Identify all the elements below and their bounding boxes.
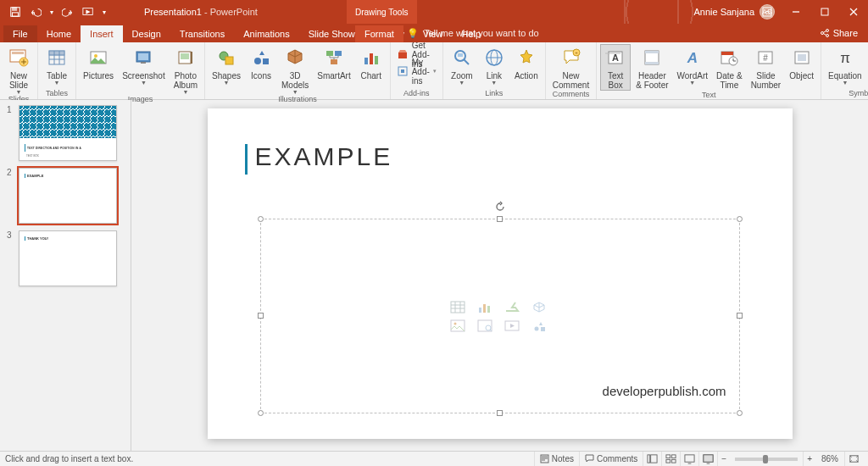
- comments-button[interactable]: Comments: [579, 452, 643, 467]
- smartart-button[interactable]: SmartArt: [314, 44, 353, 80]
- insert-table-icon[interactable]: [449, 300, 466, 313]
- resize-handle-mr[interactable]: [737, 313, 743, 319]
- resize-handle-tl[interactable]: [258, 216, 264, 222]
- wordart-button[interactable]: A WordArt ▼: [674, 44, 712, 86]
- tab-file[interactable]: File: [3, 25, 37, 42]
- zoom-slider-thumb[interactable]: [763, 455, 768, 463]
- rotate-handle[interactable]: [494, 201, 506, 213]
- photo-album-button[interactable]: Photo Album ▼: [170, 44, 201, 95]
- tab-design[interactable]: Design: [123, 25, 170, 42]
- screenshot-button[interactable]: Screenshot ▼: [119, 44, 169, 86]
- tab-insert[interactable]: Insert: [81, 25, 123, 42]
- notes-button[interactable]: Notes: [534, 452, 579, 467]
- tab-home[interactable]: Home: [37, 25, 81, 42]
- action-button[interactable]: Action: [511, 44, 542, 80]
- start-from-beginning-button[interactable]: [80, 3, 97, 21]
- svg-rect-6: [821, 8, 828, 15]
- svg-rect-48: [458, 53, 463, 57]
- header-footer-button[interactable]: Header & Footer: [632, 44, 671, 90]
- slide[interactable]: EXAMPLE: [208, 108, 793, 439]
- svg-rect-45: [401, 69, 404, 73]
- date-time-button[interactable]: Date & Time: [713, 44, 746, 90]
- chevron-down-icon: ▼: [491, 80, 497, 86]
- new-slide-button[interactable]: New Slide ▼: [3, 44, 34, 95]
- my-addins-label: My Add-ins: [412, 58, 430, 86]
- tell-me-search[interactable]: 💡 Tell me what you want to do: [407, 24, 539, 42]
- qat-customize-dropdown[interactable]: ▾: [100, 8, 108, 16]
- slide-thumbnail-1[interactable]: TEXT DIRECTION AND POSITION IN A TEXT BO…: [19, 105, 117, 161]
- slide-thumbnail-2[interactable]: EXAMPLE: [19, 168, 117, 224]
- shapes-button[interactable]: Shapes ▼: [209, 44, 244, 86]
- undo-button[interactable]: [27, 3, 44, 21]
- link-button[interactable]: Link ▼: [479, 44, 509, 86]
- store-icon: [397, 48, 409, 60]
- maximize-button[interactable]: [810, 0, 839, 24]
- icons-icon: [249, 46, 273, 69]
- resize-handle-tr[interactable]: [737, 216, 743, 222]
- table-button[interactable]: Table ▼: [42, 44, 72, 86]
- my-addins-button[interactable]: My Add-ins ▾: [397, 64, 437, 79]
- chart-button[interactable]: Chart: [356, 44, 387, 80]
- redo-button[interactable]: [59, 3, 76, 21]
- smartart-label: SmartArt: [317, 71, 350, 80]
- pictures-button[interactable]: Pictures: [80, 44, 117, 80]
- ribbon: New Slide ▼ Slides Table ▼ Tables Pictur…: [0, 42, 868, 100]
- chevron-down-icon: ▼: [224, 80, 230, 86]
- undo-dropdown[interactable]: ▾: [47, 8, 56, 16]
- fit-slide-button[interactable]: [844, 452, 863, 467]
- svg-rect-41: [370, 53, 373, 64]
- text-box-button[interactable]: A Text Box: [600, 44, 631, 91]
- resize-handle-bc[interactable]: [497, 410, 503, 416]
- new-comment-button[interactable]: + New Comment: [549, 44, 593, 90]
- normal-view-button[interactable]: [643, 452, 661, 467]
- svg-rect-69: [798, 54, 806, 61]
- slide-title[interactable]: EXAMPLE: [255, 142, 393, 171]
- doc-name: Presentation1: [144, 7, 202, 17]
- tab-format[interactable]: Format: [355, 25, 403, 42]
- svg-point-9: [826, 30, 828, 32]
- 3d-models-button[interactable]: 3D Models ▼: [278, 44, 312, 95]
- insert-picture-icon[interactable]: [449, 319, 466, 332]
- pictures-label: Pictures: [83, 71, 114, 80]
- share-button[interactable]: Share: [815, 24, 863, 42]
- chart-label: Chart: [360, 71, 381, 80]
- thumb-2-title: EXAMPLE: [25, 174, 43, 178]
- zoom-in-button[interactable]: +: [803, 452, 815, 467]
- ribbon-options-button[interactable]: [753, 0, 782, 24]
- slide-thumbnail-panel[interactable]: 1 TEXT DIRECTION AND POSITION IN A TEXT …: [0, 100, 131, 451]
- zoom-slider[interactable]: [735, 458, 798, 461]
- insert-smartart-icon[interactable]: [504, 300, 520, 313]
- zoom-percentage[interactable]: 86%: [815, 454, 844, 463]
- slide-canvas-area[interactable]: EXAMPLE: [131, 100, 868, 451]
- resize-handle-br[interactable]: [737, 410, 743, 416]
- group-illustrations: Shapes ▼ Icons 3D Models ▼ SmartArt Char…: [205, 42, 391, 99]
- reading-view-button[interactable]: [680, 452, 698, 467]
- slide-number-button[interactable]: # Slide Number: [748, 44, 785, 90]
- zoom-button[interactable]: Zoom ▼: [447, 44, 477, 86]
- minimize-button[interactable]: [782, 0, 810, 24]
- insert-chart-icon[interactable]: [476, 300, 493, 313]
- icons-button[interactable]: Icons: [246, 44, 276, 80]
- insert-3d-icon[interactable]: [531, 300, 548, 313]
- object-button[interactable]: Object: [786, 44, 817, 80]
- insert-online-picture-icon[interactable]: [476, 319, 493, 332]
- close-button[interactable]: [839, 0, 868, 24]
- resize-handle-bl[interactable]: [258, 410, 264, 416]
- slideshow-view-button[interactable]: [698, 452, 717, 467]
- insert-video-icon[interactable]: [504, 319, 520, 332]
- tab-transitions[interactable]: Transitions: [170, 25, 234, 42]
- insert-icon-icon[interactable]: [531, 319, 548, 332]
- resize-handle-tc[interactable]: [497, 216, 503, 222]
- slide-thumbnail-3[interactable]: THANK YOU!: [19, 230, 117, 286]
- slide-sorter-view-button[interactable]: [661, 452, 680, 467]
- zoom-out-button[interactable]: −: [717, 452, 730, 467]
- svg-rect-42: [375, 56, 378, 64]
- save-button[interactable]: [7, 3, 24, 21]
- svg-line-47: [464, 59, 469, 64]
- svg-line-13: [823, 34, 826, 36]
- svg-rect-102: [685, 455, 694, 462]
- equation-button[interactable]: π Equation ▼: [825, 44, 865, 86]
- resize-handle-ml[interactable]: [258, 313, 264, 319]
- tab-animations[interactable]: Animations: [234, 25, 298, 42]
- slide-number-label: Slide Number: [751, 71, 782, 90]
